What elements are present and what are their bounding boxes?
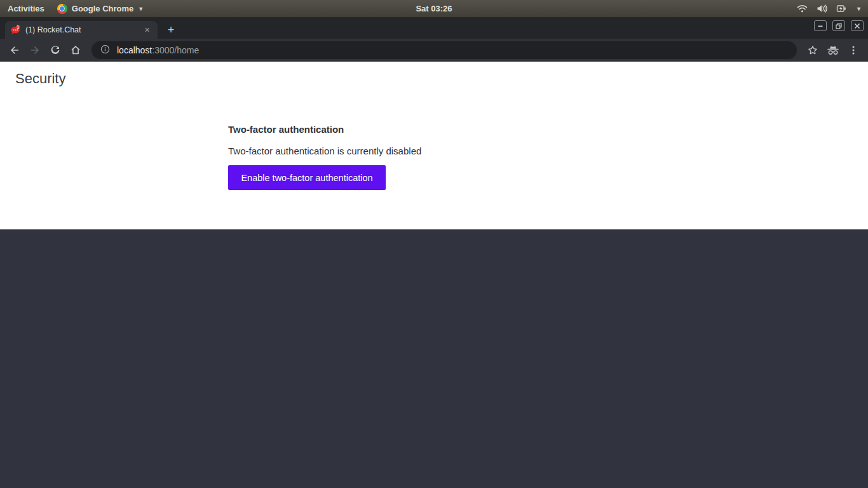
enable-two-factor-button[interactable]: Enable two-factor authentication — [228, 165, 386, 190]
page-content: Security Two-factor authentication Two-f… — [0, 62, 868, 229]
chevron-down-icon: ▾ — [857, 5, 860, 12]
svg-text:1: 1 — [17, 25, 19, 29]
activities-button[interactable]: Activities — [8, 4, 44, 13]
kebab-menu-icon[interactable] — [844, 41, 863, 60]
clock[interactable]: Sat 03:26 — [416, 4, 452, 13]
wifi-icon — [797, 4, 808, 13]
battery-charging-icon — [836, 4, 847, 13]
new-tab-button[interactable]: + — [163, 22, 179, 38]
app-menu[interactable]: Google Chrome ▾ — [57, 4, 143, 14]
page-title: Security — [0, 62, 868, 87]
two-factor-heading: Two-factor authentication — [228, 124, 868, 135]
volume-icon — [817, 4, 827, 13]
tab-title: (1) Rocket.Chat — [25, 25, 137, 34]
tab-close-icon[interactable]: × — [142, 25, 153, 36]
chevron-down-icon: ▾ — [139, 5, 142, 12]
chrome-logo-icon — [57, 4, 67, 14]
incognito-badge-icon[interactable] — [824, 41, 843, 60]
back-button[interactable] — [5, 41, 24, 60]
url-text[interactable]: localhost:3000/home — [117, 45, 199, 55]
rocketchat-favicon: 1 — [10, 25, 20, 35]
screen: Activities Google Chrome ▾ Sat 03:26 ▾ — [0, 0, 868, 488]
window-controls — [814, 20, 864, 31]
system-tray[interactable]: ▾ — [797, 4, 860, 13]
minimize-button[interactable] — [814, 20, 827, 31]
page-lower-background — [0, 229, 868, 488]
close-window-button[interactable] — [851, 20, 864, 31]
address-bar[interactable]: localhost:3000/home — [92, 41, 797, 59]
tab-rocketchat[interactable]: 1 (1) Rocket.Chat × — [5, 21, 158, 39]
home-button[interactable] — [66, 41, 85, 60]
reload-button[interactable] — [46, 41, 65, 60]
url-path: :3000/home — [152, 45, 199, 55]
system-bar-left: Activities Google Chrome ▾ — [8, 4, 142, 14]
system-bar-center: Sat 03:26 — [416, 4, 452, 13]
app-menu-label: Google Chrome — [72, 4, 134, 13]
url-host: localhost — [117, 45, 152, 55]
system-top-bar: Activities Google Chrome ▾ Sat 03:26 ▾ — [0, 0, 868, 17]
two-factor-status-text: Two-factor authentication is currently d… — [228, 146, 868, 157]
bookmark-star-button[interactable] — [803, 41, 822, 60]
forward-button[interactable] — [25, 41, 44, 60]
restore-button[interactable] — [832, 20, 845, 31]
tab-strip: 1 (1) Rocket.Chat × + — [0, 17, 868, 39]
two-factor-section: Two-factor authentication Two-factor aut… — [228, 124, 868, 190]
info-icon[interactable] — [100, 44, 111, 57]
browser-toolbar: localhost:3000/home — [0, 39, 868, 62]
